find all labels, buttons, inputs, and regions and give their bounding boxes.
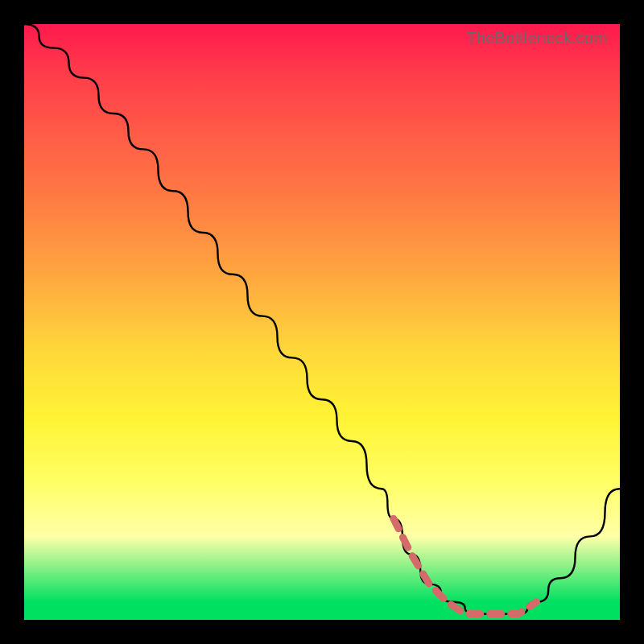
bottleneck-curve-path: [24, 24, 620, 614]
bottleneck-chart-svg: [24, 24, 620, 620]
optimal-range-dashes: [394, 518, 537, 613]
optimal-range-dots-group: [394, 518, 537, 613]
chart-frame: TheBottleneck.com: [0, 0, 644, 644]
chart-plot-area: TheBottleneck.com: [24, 24, 620, 620]
